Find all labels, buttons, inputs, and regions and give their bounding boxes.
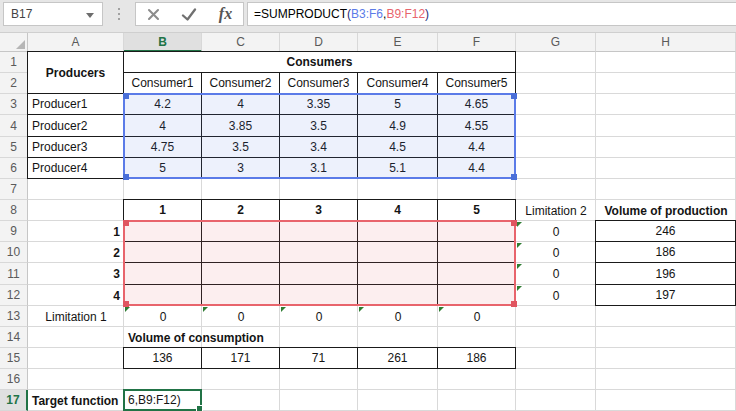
- row-header-12[interactable]: 12: [0, 285, 28, 306]
- cell-F12[interactable]: [437, 284, 516, 306]
- cell-G8[interactable]: Limitation 2: [516, 200, 596, 221]
- cell-A17[interactable]: Target function: [28, 390, 124, 411]
- cell-C13[interactable]: 0: [202, 306, 280, 327]
- formula-ref-red-range-handle[interactable]: [123, 220, 129, 226]
- cell-H9[interactable]: 246: [595, 220, 736, 242]
- cell-B11[interactable]: [123, 262, 202, 285]
- cell-E13[interactable]: 0: [358, 306, 438, 327]
- cell-G11[interactable]: 0: [516, 263, 596, 285]
- cell-D15[interactable]: 71: [279, 347, 358, 369]
- cell-D2[interactable]: Consumer3: [279, 72, 358, 94]
- row-header-8[interactable]: 8: [0, 200, 28, 221]
- cell-E12[interactable]: [357, 284, 438, 306]
- name-box[interactable]: B17: [3, 2, 103, 26]
- row-header-16[interactable]: 16: [0, 369, 28, 390]
- cell-B9[interactable]: [123, 220, 202, 242]
- cell-F9[interactable]: [437, 220, 516, 242]
- cell-A10[interactable]: 2: [28, 242, 124, 263]
- cell-B3[interactable]: 4.2: [123, 93, 202, 115]
- cell-D4[interactable]: 3.5: [279, 114, 358, 137]
- cell-C11[interactable]: [201, 262, 280, 285]
- cell-A9[interactable]: 1: [28, 221, 124, 242]
- cell-E6[interactable]: 5.1: [357, 157, 438, 179]
- cell-D6[interactable]: 3.1: [279, 157, 358, 179]
- name-box-dropdown-icon[interactable]: [86, 13, 94, 18]
- cell-F13[interactable]: 0: [438, 306, 516, 327]
- cell-F8[interactable]: 5: [437, 199, 516, 221]
- select-all-corner[interactable]: [0, 33, 28, 52]
- cell-A11[interactable]: 3: [28, 263, 124, 285]
- formula-ref-red-range-handle[interactable]: [511, 301, 517, 307]
- cell-B15[interactable]: 136: [123, 347, 202, 369]
- enter-icon[interactable]: [181, 8, 197, 21]
- cell-F11[interactable]: [437, 262, 516, 285]
- cell-B13[interactable]: 0: [124, 306, 202, 327]
- cell-C15[interactable]: 171: [201, 347, 280, 369]
- cell-D11[interactable]: [279, 262, 358, 285]
- cell-B2[interactable]: Consumer1: [123, 72, 202, 94]
- cell-E11[interactable]: [357, 262, 438, 285]
- column-header-C[interactable]: C: [202, 33, 280, 52]
- cell-C4[interactable]: 3.85: [201, 114, 280, 137]
- cell-A4[interactable]: Producer2: [27, 114, 124, 137]
- cell-B5[interactable]: 4.75: [123, 136, 202, 158]
- cell-A5[interactable]: Producer3: [27, 136, 124, 158]
- row-header-17[interactable]: 17: [0, 390, 28, 411]
- cell-G10[interactable]: 0: [516, 242, 596, 263]
- cell-E4[interactable]: 4.9: [357, 114, 438, 137]
- cell-F2[interactable]: Consumer5: [437, 72, 516, 94]
- cell-D13[interactable]: 0: [280, 306, 358, 327]
- column-header-E[interactable]: E: [358, 33, 438, 52]
- row-header-6[interactable]: 6: [0, 158, 28, 179]
- cell-G9[interactable]: 0: [516, 221, 596, 242]
- row-header-11[interactable]: 11: [0, 263, 28, 285]
- cell-D8[interactable]: 3: [279, 199, 358, 221]
- cell-E3[interactable]: 5: [357, 93, 438, 115]
- cell-E8[interactable]: 4: [357, 199, 438, 221]
- insert-function-icon[interactable]: fx: [219, 6, 232, 22]
- cell-A1[interactable]: Producers: [27, 51, 124, 94]
- cell-B4[interactable]: 4: [123, 114, 202, 137]
- cell-D10[interactable]: [279, 241, 358, 263]
- row-header-2[interactable]: 2: [0, 73, 28, 94]
- cell-F6[interactable]: 4.4: [437, 157, 516, 179]
- column-header-F[interactable]: F: [438, 33, 516, 52]
- cell-E9[interactable]: [357, 220, 438, 242]
- cell-D9[interactable]: [279, 220, 358, 242]
- cell-B10[interactable]: [123, 241, 202, 263]
- cell-C12[interactable]: [201, 284, 280, 306]
- cell-H11[interactable]: 196: [595, 262, 736, 285]
- row-header-3[interactable]: 3: [0, 94, 28, 115]
- cell-E5[interactable]: 4.5: [357, 136, 438, 158]
- row-header-9[interactable]: 9: [0, 221, 28, 242]
- cell-A6[interactable]: Producer4: [27, 157, 124, 179]
- cell-C9[interactable]: [201, 220, 280, 242]
- cell-C5[interactable]: 3.5: [201, 136, 280, 158]
- cell-C10[interactable]: [201, 241, 280, 263]
- cell-A12[interactable]: 4: [28, 285, 124, 306]
- row-header-4[interactable]: 4: [0, 115, 28, 137]
- column-header-H[interactable]: H: [596, 33, 736, 52]
- formula-ref-blue-range-handle[interactable]: [123, 93, 129, 99]
- cell-C6[interactable]: 3: [201, 157, 280, 179]
- formula-ref-red-range-handle[interactable]: [123, 301, 129, 307]
- cell-B6[interactable]: 5: [123, 157, 202, 179]
- cell-B8[interactable]: 1: [123, 199, 202, 221]
- cell-F3[interactable]: 4.65: [437, 93, 516, 115]
- cell-D12[interactable]: [279, 284, 358, 306]
- cell-C3[interactable]: 4: [201, 93, 280, 115]
- formula-input[interactable]: =SUMPRODUCT(B3:F6,B9:F12): [247, 2, 736, 26]
- cell-B12[interactable]: [123, 284, 202, 306]
- row-header-10[interactable]: 10: [0, 242, 28, 263]
- cell-F5[interactable]: 4.4: [437, 136, 516, 158]
- row-header-5[interactable]: 5: [0, 137, 28, 158]
- row-header-14[interactable]: 14: [0, 327, 28, 348]
- cell-D5[interactable]: 3.4: [279, 136, 358, 158]
- formula-ref-blue-range-handle[interactable]: [123, 174, 129, 180]
- cell-F4[interactable]: 4.55: [437, 114, 516, 137]
- row-header-13[interactable]: 13: [0, 306, 28, 327]
- column-header-G[interactable]: G: [516, 33, 596, 52]
- cell-H10[interactable]: 186: [595, 241, 736, 263]
- cancel-icon[interactable]: [147, 8, 160, 21]
- column-header-D[interactable]: D: [280, 33, 358, 52]
